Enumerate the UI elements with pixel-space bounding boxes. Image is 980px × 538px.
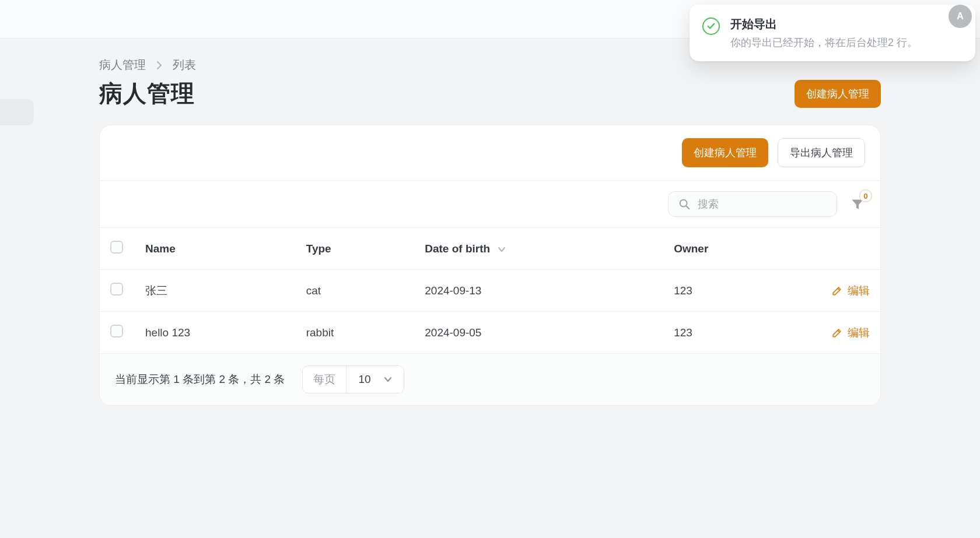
toolbar: 0 xyxy=(100,181,880,228)
panel-actions: 创建病人管理 导出病人管理 xyxy=(100,125,880,181)
table-header-row: Name Type Date of birth Owner xyxy=(100,228,880,270)
per-page-value: 10 xyxy=(358,373,370,386)
avatar[interactable]: A xyxy=(949,5,972,28)
chevron-down-icon xyxy=(384,377,392,382)
title-row: 病人管理 创建病人管理 xyxy=(99,78,881,110)
row-checkbox[interactable] xyxy=(110,325,123,337)
chevron-right-icon xyxy=(156,61,162,70)
cell-dob: 2024-09-05 xyxy=(414,312,663,354)
search-input-wrap[interactable] xyxy=(668,191,837,217)
pagination-summary: 当前显示第 1 条到第 2 条，共 2 条 xyxy=(115,372,285,387)
svg-line-1 xyxy=(687,206,690,209)
cell-dob: 2024-09-13 xyxy=(414,270,663,312)
panel-footer: 当前显示第 1 条到第 2 条，共 2 条 每页 10 xyxy=(100,354,880,405)
edit-icon xyxy=(831,327,843,339)
cell-type: rabbit xyxy=(296,312,415,354)
col-owner[interactable]: Owner xyxy=(663,228,799,270)
cell-owner: 123 xyxy=(663,312,799,354)
cell-type: cat xyxy=(296,270,415,312)
table-row[interactable]: hello 123 rabbit 2024-09-05 123 编辑 xyxy=(100,312,880,354)
edit-label: 编辑 xyxy=(848,283,870,298)
data-panel: 创建病人管理 导出病人管理 0 Name xyxy=(99,125,881,406)
chevron-down-icon xyxy=(498,242,506,255)
col-dob[interactable]: Date of birth xyxy=(414,228,663,270)
col-actions xyxy=(799,228,880,270)
export-button[interactable]: 导出病人管理 xyxy=(778,138,865,167)
breadcrumb-current: 列表 xyxy=(173,57,196,73)
sidebar-active-item-ghost[interactable] xyxy=(0,99,34,125)
edit-label: 编辑 xyxy=(848,325,870,340)
toast-title: 开始导出 xyxy=(730,16,918,32)
svg-point-0 xyxy=(680,200,687,207)
col-select xyxy=(100,228,135,270)
col-type[interactable]: Type xyxy=(296,228,415,270)
cell-name: 张三 xyxy=(135,270,296,312)
avatar-initial: A xyxy=(957,11,964,22)
toast-subtitle: 你的导出已经开始，将在后台处理2 行。 xyxy=(730,36,918,50)
search-icon xyxy=(678,198,691,210)
filter-badge: 0 xyxy=(859,189,872,202)
filter-button[interactable]: 0 xyxy=(850,196,865,212)
edit-button[interactable]: 编辑 xyxy=(809,283,870,298)
col-name[interactable]: Name xyxy=(135,228,296,270)
per-page-control: 每页 10 xyxy=(302,365,404,393)
select-all-checkbox[interactable] xyxy=(110,241,123,254)
per-page-label: 每页 xyxy=(303,366,346,393)
per-page-select[interactable]: 10 xyxy=(346,366,403,393)
cell-name: hello 123 xyxy=(135,312,296,354)
create-button-panel[interactable]: 创建病人管理 xyxy=(682,138,768,167)
toast-notification: 开始导出 你的导出已经开始，将在后台处理2 行。 xyxy=(690,5,975,61)
col-dob-label: Date of birth xyxy=(425,242,490,255)
page-title: 病人管理 xyxy=(99,78,195,110)
toast-body: 开始导出 你的导出已经开始，将在后台处理2 行。 xyxy=(730,16,918,50)
edit-button[interactable]: 编辑 xyxy=(809,325,870,340)
page-content: 病人管理 列表 病人管理 创建病人管理 创建病人管理 导出病人管理 0 xyxy=(88,38,892,441)
cell-owner: 123 xyxy=(663,270,799,312)
breadcrumb-root[interactable]: 病人管理 xyxy=(99,57,146,73)
create-button-header[interactable]: 创建病人管理 xyxy=(794,80,881,108)
row-checkbox[interactable] xyxy=(110,283,123,296)
success-icon xyxy=(702,17,720,35)
data-table: Name Type Date of birth Owner 张三 xyxy=(100,228,880,354)
table-row[interactable]: 张三 cat 2024-09-13 123 编辑 xyxy=(100,270,880,312)
edit-icon xyxy=(831,285,843,297)
search-input[interactable] xyxy=(698,198,827,210)
